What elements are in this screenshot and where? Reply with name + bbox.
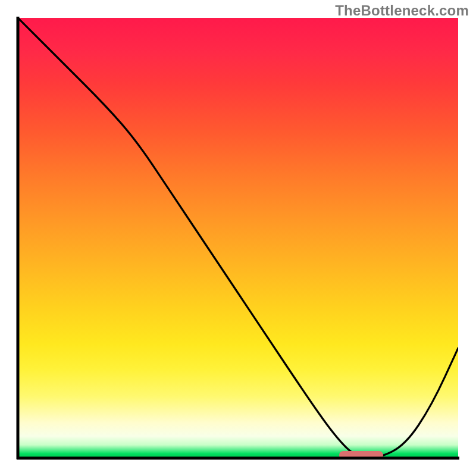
chart-container: TheBottleneck.com	[0, 0, 476, 476]
gradient-background	[18, 18, 458, 458]
watermark-text: TheBottleneck.com	[335, 2, 469, 19]
optimal-range-marker	[339, 451, 383, 459]
